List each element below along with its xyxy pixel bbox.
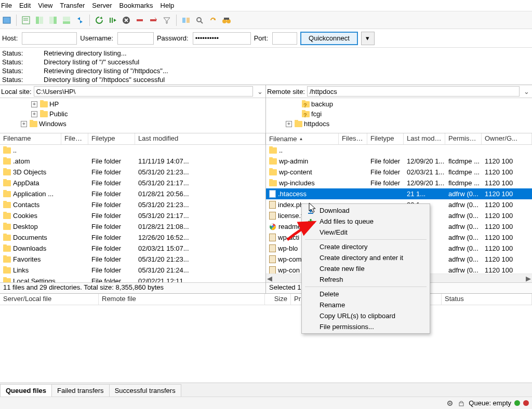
file-row[interactable]: DownloadsFile folder02/03/21 15:07... bbox=[0, 243, 265, 254]
reconnect-icon[interactable] bbox=[148, 15, 159, 26]
file-row[interactable]: .atomFile folder11/11/19 14:07... bbox=[0, 156, 265, 167]
file-row[interactable]: 3D ObjectsFile folder05/31/20 21:23... bbox=[0, 167, 265, 178]
search-icon[interactable] bbox=[194, 15, 205, 26]
password-input[interactable] bbox=[193, 32, 251, 45]
ctx-create-dir-enter[interactable]: Create directory and enter it bbox=[302, 252, 430, 263]
toggle-remote-tree-icon[interactable] bbox=[47, 15, 59, 26]
host-input[interactable] bbox=[22, 32, 77, 45]
menu-file[interactable]: File bbox=[1, 2, 12, 9]
tab-successful[interactable]: Successful transfers bbox=[109, 384, 181, 397]
col-r-filetype[interactable]: Filetype bbox=[367, 133, 404, 144]
message-log[interactable]: Status:Retrieving directory listing... S… bbox=[0, 48, 532, 85]
menu-bookmarks[interactable]: Bookmarks bbox=[119, 2, 153, 9]
toggle-local-tree-icon[interactable] bbox=[34, 15, 45, 26]
tree-item[interactable]: +Windows bbox=[0, 119, 265, 129]
col-r-owner[interactable]: Owner/G... bbox=[482, 133, 532, 144]
col-status[interactable]: Status bbox=[442, 294, 532, 305]
ctx-delete[interactable]: Delete bbox=[302, 289, 430, 299]
file-row[interactable]: DesktopFile folder01/28/21 21:08... bbox=[0, 221, 265, 232]
tree-item[interactable]: +httpdocs bbox=[266, 119, 532, 129]
queue-header[interactable]: Server/Local file Remote file Size Pr St… bbox=[0, 294, 532, 305]
local-file-list[interactable]: ...atomFile folder11/11/19 14:07...3D Ob… bbox=[0, 145, 265, 282]
menu-view[interactable]: View bbox=[38, 2, 52, 9]
ctx-file-perms[interactable]: File permissions... bbox=[302, 321, 430, 332]
col-r-perms[interactable]: Permissi... bbox=[445, 133, 482, 144]
col-server-local[interactable]: Server/Local file bbox=[0, 294, 99, 305]
file-row[interactable]: ContactsFile folder05/31/20 21:23... bbox=[0, 199, 265, 210]
file-row[interactable]: .htaccess21 1...adfrw (0...1120 100 bbox=[266, 188, 532, 199]
file-row[interactable]: Local SettingsFile folder02/02/21 12:11.… bbox=[0, 276, 265, 282]
file-row[interactable]: DocumentsFile folder12/26/20 16:52... bbox=[0, 232, 265, 243]
file-row[interactable]: wp-includesFile folder12/09/20 1...flcdm… bbox=[266, 178, 532, 188]
remote-path-input[interactable] bbox=[307, 86, 520, 97]
file-row[interactable]: .. bbox=[266, 145, 532, 156]
expand-icon[interactable]: + bbox=[21, 121, 27, 127]
col-r-lastmod[interactable]: Last modifi... bbox=[404, 133, 445, 144]
col-filename[interactable]: Filename bbox=[0, 133, 61, 144]
ctx-add-queue[interactable]: Add files to queue bbox=[302, 216, 430, 227]
refresh-icon[interactable] bbox=[94, 15, 105, 26]
tab-failed[interactable]: Failed transfers bbox=[51, 384, 110, 397]
file-row[interactable]: wp-contentFile folder02/03/21 1...flcdmp… bbox=[266, 167, 532, 178]
compare-icon[interactable] bbox=[180, 15, 192, 26]
tree-item[interactable]: +HP bbox=[0, 99, 265, 109]
local-path-dropdown[interactable]: ⌄ bbox=[255, 88, 264, 96]
ctx-refresh[interactable]: Refresh bbox=[302, 274, 430, 285]
site-manager-icon[interactable] bbox=[1, 15, 12, 26]
filter-icon[interactable] bbox=[161, 15, 172, 26]
sync-browse-icon[interactable] bbox=[74, 15, 86, 26]
ctx-view-edit[interactable]: View/Edit bbox=[302, 227, 430, 238]
ctx-create-dir[interactable]: Create directory bbox=[302, 241, 430, 252]
file-row[interactable]: CookiesFile folder05/31/20 21:17... bbox=[0, 210, 265, 221]
col-lastmod[interactable]: Last modified bbox=[135, 133, 265, 144]
file-row[interactable]: LinksFile folder05/31/20 21:24... bbox=[0, 265, 265, 276]
ctx-download[interactable]: Download bbox=[302, 205, 430, 216]
file-row[interactable]: .. bbox=[0, 145, 265, 156]
local-tree[interactable]: +HP+Public+Windows bbox=[0, 98, 265, 133]
binoculars-icon[interactable] bbox=[221, 15, 232, 26]
port-input[interactable] bbox=[272, 32, 297, 45]
col-size[interactable]: Size bbox=[265, 294, 291, 305]
col-r-filename[interactable]: Filename▲ bbox=[266, 133, 339, 144]
queue-body[interactable] bbox=[0, 305, 532, 383]
col-remote-file[interactable]: Remote file bbox=[99, 294, 265, 305]
tree-item[interactable]: fcgi bbox=[266, 109, 532, 119]
col-filetype[interactable]: Filetype bbox=[88, 133, 135, 144]
cancel-icon[interactable] bbox=[121, 15, 132, 26]
remote-list-header[interactable]: Filename▲ Filesize Filetype Last modifi.… bbox=[266, 133, 532, 145]
menu-transfer[interactable]: Transfer bbox=[60, 2, 85, 9]
col-filesize[interactable]: Filesize bbox=[61, 133, 88, 144]
lock-icon[interactable] bbox=[457, 399, 466, 407]
ctx-rename[interactable]: Rename bbox=[302, 299, 430, 310]
toggle-queue-icon[interactable] bbox=[61, 15, 72, 26]
ctx-create-file[interactable]: Create new file bbox=[302, 263, 430, 274]
remote-tree[interactable]: backupfcgi+httpdocs bbox=[266, 98, 532, 133]
file-row[interactable]: FavoritesFile folder05/31/20 21:23... bbox=[0, 254, 265, 265]
tab-queued[interactable]: Queued files bbox=[0, 384, 52, 397]
menu-edit[interactable]: Edit bbox=[19, 2, 31, 9]
file-row[interactable]: Application ...File folder01/28/21 20:56… bbox=[0, 188, 265, 199]
menu-help[interactable]: Help bbox=[161, 2, 175, 9]
process-queue-icon[interactable] bbox=[107, 15, 118, 26]
sync-icon[interactable] bbox=[207, 15, 219, 26]
local-list-header[interactable]: Filename Filesize Filetype Last modified bbox=[0, 133, 265, 145]
toggle-log-icon[interactable] bbox=[20, 15, 32, 26]
expand-icon[interactable]: + bbox=[31, 101, 37, 107]
username-input[interactable] bbox=[117, 32, 154, 45]
tree-item[interactable]: backup bbox=[266, 99, 532, 109]
ctx-copy-url[interactable]: Copy URL(s) to clipboard bbox=[302, 310, 430, 321]
expand-icon[interactable]: + bbox=[31, 111, 37, 117]
host-label: Host: bbox=[2, 34, 18, 42]
file-row[interactable]: AppDataFile folder05/31/20 21:17... bbox=[0, 178, 265, 188]
remote-path-dropdown[interactable]: ⌄ bbox=[522, 88, 531, 96]
expand-icon[interactable]: + bbox=[286, 121, 292, 127]
file-row[interactable]: wp-adminFile folder12/09/20 1...flcdmpe … bbox=[266, 156, 532, 167]
gear-icon[interactable] bbox=[446, 399, 454, 407]
menu-server[interactable]: Server bbox=[92, 2, 112, 9]
quickconnect-dropdown[interactable]: ▾ bbox=[361, 32, 375, 45]
disconnect-icon[interactable] bbox=[134, 15, 145, 26]
col-r-filesize[interactable]: Filesize bbox=[339, 133, 367, 144]
quickconnect-button[interactable]: Quickconnect bbox=[300, 32, 358, 45]
tree-item[interactable]: +Public bbox=[0, 109, 265, 119]
local-path-input[interactable] bbox=[34, 86, 253, 97]
